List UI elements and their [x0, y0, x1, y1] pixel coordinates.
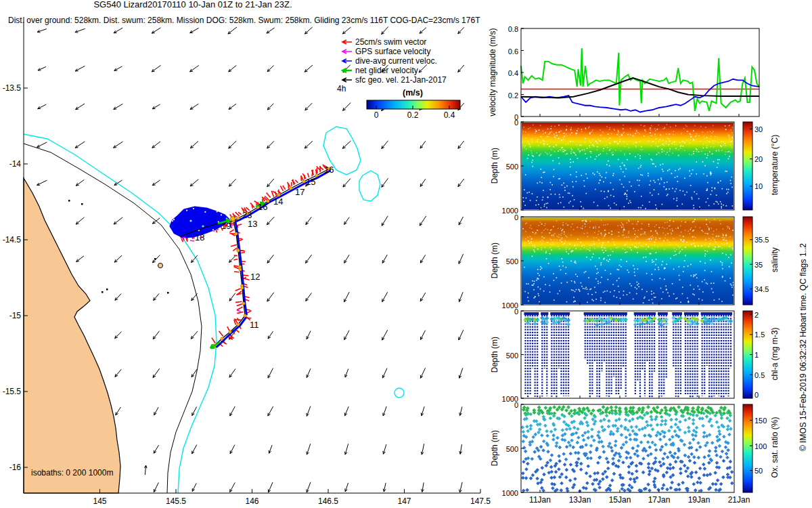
- velocity-y-tick-label: 0.2: [495, 91, 518, 100]
- legend-item: sfc geo. vel. 21-Jan-2017: [340, 75, 447, 85]
- page-subtitle: Dist. over ground: 528km. Dist. swum: 25…: [8, 16, 502, 25]
- waypoint-label: 15: [306, 177, 315, 186]
- colorbar-axis-label: Ox. sat. ratio (%): [771, 397, 780, 499]
- legend-item: GPS surface velocity: [340, 47, 447, 56]
- velocity-colorbar-title: (m/s): [365, 89, 460, 98]
- date-tick-label: 13Jan: [565, 496, 595, 505]
- legend-arrow-icon: [340, 48, 353, 55]
- map-y-tick-label: -15: [0, 312, 21, 320]
- colorbar-tick-label: 50: [754, 467, 763, 475]
- depth-tick-label: 0: [495, 213, 518, 221]
- colorbar-tick-label: 35.5: [754, 236, 769, 244]
- page-title: SG540 Lizard20170110 10-Jan 01Z to 21-Ja…: [0, 0, 386, 9]
- legend-arrow-icon: [340, 77, 353, 83]
- map-y-tick-label: -15.5: [0, 387, 21, 396]
- colorbar-tick-label: 2: [754, 311, 759, 319]
- depth-axis-label: Depth (m): [491, 139, 499, 193]
- panel-oxygen: [520, 404, 752, 493]
- colorbar-axis-label: temperature (°C): [771, 114, 780, 216]
- velocity-y-tick-label: 0.8: [495, 25, 518, 33]
- reef-outline: [359, 171, 380, 201]
- panel-temperature: [521, 122, 752, 210]
- imos-credit: © IMOS 15-Feb-2019 06:32:32 Hobart time.…: [799, 185, 808, 508]
- date-tick-label: 11Jan: [525, 496, 555, 505]
- date-tick-label: 17Jan: [644, 496, 674, 505]
- figure-window: SG540 Lizard20170110 10-Jan 01Z to 21-Ja…: [0, 0, 812, 508]
- islet: [158, 263, 163, 268]
- colorbar-tick-label: 1: [754, 351, 759, 359]
- legend-item: dive-avg current veloc.: [340, 56, 447, 66]
- map-land: [24, 178, 169, 493]
- colorbar-axis-label: chl-a (mg m-3): [771, 303, 780, 404]
- colorbar-tick-label: 35: [754, 261, 763, 269]
- map-x-tick-label: 145.5: [161, 497, 191, 506]
- map-y-tick-label: -13.5: [0, 84, 21, 93]
- colorbar-tick-label: 1.5: [754, 331, 765, 339]
- colorbar-tick-label: 0.5: [754, 371, 765, 379]
- depth-tick-label: 0: [495, 119, 518, 127]
- map-x-tick-label: 147.5: [466, 497, 495, 506]
- map-y-tick-label: -14: [0, 160, 21, 169]
- waypoint-label: 14: [273, 197, 283, 206]
- legend-label: 25cm/s swim vector: [355, 37, 426, 47]
- velocity-colorbar-tick-label: 0: [366, 111, 386, 120]
- legend-label: net glider velocity: [355, 66, 418, 75]
- legend-label: dive-avg current veloc.: [355, 56, 437, 66]
- date-tick-label: 21Jan: [724, 496, 754, 505]
- date-tick-label: 15Jan: [605, 496, 635, 505]
- legend-arrow-icon: [340, 39, 353, 45]
- waypoint-label: 13: [248, 219, 257, 228]
- colorbar-tick-label: 20: [754, 155, 763, 163]
- colorbar-tick-label: 34.5: [754, 285, 769, 293]
- waypoint-label: 17: [295, 188, 304, 196]
- velocity-y-tick-label: 0.4: [495, 69, 518, 77]
- velocity-colorbar-tick-label: 0.2: [403, 111, 423, 120]
- isobaths-label: isobaths: 0 200 1000m: [31, 469, 113, 478]
- depth-tick-label: 0: [495, 308, 518, 316]
- map-y-tick-label: -16: [0, 463, 21, 472]
- colorbar-tick-label: 100: [754, 442, 767, 450]
- waypoint-label: 11: [250, 320, 259, 329]
- map-x-tick-label: 145: [85, 497, 115, 506]
- legend-label: sfc geo. vel. 21-Jan-2017: [355, 75, 447, 85]
- colorbar-axis-label: salinity: [771, 209, 780, 311]
- velocity-colorbar-tick-label: 0.4: [439, 111, 459, 120]
- legend-item: 25cm/s swim vector: [340, 37, 447, 47]
- waypoint-label: 18: [195, 233, 204, 242]
- panel-salinity: [521, 217, 752, 305]
- colorbar-tick-label: 150: [754, 417, 767, 425]
- panel-velocity: [521, 28, 759, 117]
- legend-arrow-icon: [340, 58, 353, 64]
- colorbar-tick-label: 10: [754, 182, 763, 190]
- legend-arrow-icon: [340, 67, 353, 74]
- velocity-colorbar: [367, 100, 460, 109]
- waypoint-label: 16: [324, 165, 334, 174]
- depth-tick-label: 1000: [495, 489, 518, 497]
- legend-label: GPS surface velocity: [355, 47, 430, 56]
- date-tick-label: 19Jan: [684, 496, 714, 505]
- waypoint-label: 16: [258, 203, 267, 211]
- colorbar-tick-label: 30: [754, 125, 763, 133]
- depth-axis-label: Depth (m): [491, 234, 499, 288]
- depth-tick-label: 0: [495, 401, 518, 409]
- panel-chl: [521, 311, 752, 398]
- legend-item: net glider velocity: [340, 66, 447, 75]
- waypoint-label: 19: [221, 221, 231, 230]
- colorbar-tick-label: 0: [754, 391, 759, 399]
- map-x-tick-label: 147: [390, 497, 420, 506]
- velocity-y-tick-label: 0.6: [495, 47, 518, 56]
- depth-axis-label: Depth (m): [491, 327, 499, 381]
- map-x-tick-label: 146.5: [313, 497, 343, 506]
- map-x-tick-label: 146: [238, 497, 267, 506]
- legend-timescale: 4h: [337, 85, 346, 93]
- depth-axis-label: Depth (m): [491, 421, 499, 475]
- map-legend: 25cm/s swim vectorGPS surface velocitydi…: [340, 37, 447, 85]
- waypoint-label: 12: [250, 272, 260, 281]
- map-y-tick-label: -14.5: [0, 236, 21, 245]
- reef-outline: [394, 388, 404, 398]
